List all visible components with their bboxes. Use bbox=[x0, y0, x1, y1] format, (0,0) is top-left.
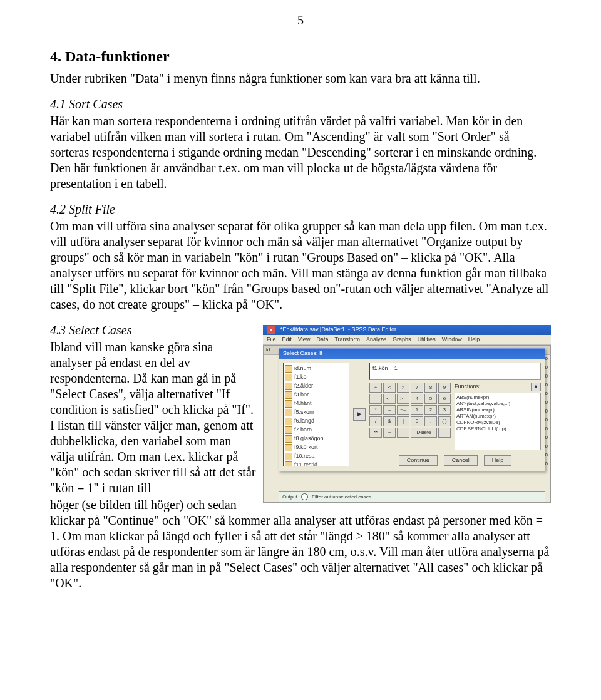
key-paren[interactable]: ( ) bbox=[438, 416, 451, 426]
continue-button[interactable]: Continue bbox=[399, 455, 438, 466]
unselected-label: Filter out unselected cases bbox=[312, 494, 371, 500]
menu-file[interactable]: File bbox=[267, 336, 276, 343]
functions-list[interactable]: ABS(numexpr) ANY(test,value,value,...) A… bbox=[455, 393, 541, 450]
variable-list[interactable]: id.num f1.kön f2.ålder f3.bor f4.hänt f5… bbox=[283, 363, 349, 466]
paragraph-4-2: Om man vill utföra sina analyser separat… bbox=[50, 219, 551, 312]
menu-edit[interactable]: Edit bbox=[282, 336, 292, 343]
radio-icon[interactable] bbox=[301, 493, 308, 500]
var-icon bbox=[285, 374, 292, 381]
paragraph-4-3b: höger (se bilden till höger) och sedan k… bbox=[50, 497, 551, 591]
key-2[interactable]: 2 bbox=[424, 405, 437, 415]
functions-label: Functions: bbox=[455, 383, 481, 390]
var-icon bbox=[285, 383, 292, 390]
key-1[interactable]: 1 bbox=[411, 405, 423, 415]
menu-window[interactable]: Window bbox=[442, 336, 462, 343]
var-icon bbox=[285, 444, 292, 451]
var-icon bbox=[285, 400, 292, 408]
paragraph-4-1: Här kan man sortera respondenterna i ord… bbox=[50, 113, 551, 192]
key-dot[interactable]: . bbox=[424, 416, 437, 426]
key-blank bbox=[397, 428, 409, 438]
key-4[interactable]: 4 bbox=[411, 394, 423, 404]
var-icon bbox=[285, 391, 292, 399]
key-mul[interactable]: * bbox=[369, 405, 382, 415]
key-div[interactable]: / bbox=[369, 416, 382, 426]
key-not[interactable]: ~ bbox=[383, 428, 396, 438]
menu-transform[interactable]: Transform bbox=[334, 336, 360, 343]
menu-graphs[interactable]: Graphs bbox=[393, 336, 411, 343]
key-neq[interactable]: ~= bbox=[397, 405, 409, 415]
var-icon bbox=[285, 426, 292, 434]
key-7[interactable]: 7 bbox=[411, 383, 423, 393]
heading-4-2: 4.2 Split File bbox=[50, 202, 115, 216]
arrow-right-icon[interactable]: ▶ bbox=[353, 408, 366, 421]
intro-paragraph: Under rubriken "Data" i menyn finns någr… bbox=[50, 71, 551, 86]
key-gt[interactable]: > bbox=[397, 383, 409, 393]
key-or[interactable]: | bbox=[397, 416, 409, 426]
cancel-button[interactable]: Cancel bbox=[444, 455, 478, 466]
output-panel: Output Filter out unselected cases bbox=[279, 491, 545, 502]
menu-analyze[interactable]: Analyze bbox=[366, 336, 386, 343]
calculator-keypad: + < > 7 8 9 - <= >= bbox=[369, 383, 451, 450]
key-gte[interactable]: >= bbox=[397, 394, 409, 404]
key-6[interactable]: 6 bbox=[438, 394, 451, 404]
key-and[interactable]: & bbox=[383, 416, 396, 426]
spss-screenshot: × *Enkätdata.sav [DataSet1] - SPSS Data … bbox=[263, 325, 551, 503]
heading-4-3: 4.3 Select Cases bbox=[50, 323, 132, 337]
key-blank2 bbox=[438, 428, 451, 438]
menu-bar: File Edit View Data Transform Analyze Gr… bbox=[263, 335, 551, 345]
key-5[interactable]: 5 bbox=[424, 394, 437, 404]
key-minus[interactable]: - bbox=[369, 394, 382, 404]
key-delete[interactable]: Delete bbox=[411, 428, 437, 438]
var-icon bbox=[285, 418, 292, 425]
close-icon[interactable]: × bbox=[267, 326, 275, 334]
key-pow[interactable]: ** bbox=[369, 428, 382, 438]
key-3[interactable]: 3 bbox=[438, 405, 451, 415]
menu-help[interactable]: Help bbox=[468, 336, 480, 343]
key-8[interactable]: 8 bbox=[424, 383, 437, 393]
menu-view[interactable]: View bbox=[298, 336, 310, 343]
dialog-title: Select Cases: If bbox=[279, 349, 545, 358]
var-icon bbox=[285, 461, 292, 466]
page-number: 5 bbox=[50, 13, 551, 28]
heading-4: 4. Data-funktioner bbox=[50, 47, 551, 66]
output-label: Output bbox=[282, 494, 297, 500]
key-lt[interactable]: < bbox=[383, 383, 396, 393]
var-icon bbox=[285, 453, 292, 460]
expression-input[interactable]: f1.kön = 1 bbox=[369, 363, 541, 380]
help-button[interactable]: Help bbox=[484, 455, 512, 466]
menu-utilities[interactable]: Utilities bbox=[418, 336, 436, 343]
var-icon bbox=[285, 435, 292, 443]
heading-4-1: 4.1 Sort Cases bbox=[50, 97, 123, 111]
menu-data[interactable]: Data bbox=[316, 336, 328, 343]
key-eq[interactable]: = bbox=[383, 405, 396, 415]
var-icon bbox=[285, 365, 292, 373]
select-cases-if-dialog: Select Cases: If id.num f1.kön f2.ålder … bbox=[279, 348, 545, 471]
key-9[interactable]: 9 bbox=[438, 383, 451, 393]
key-0[interactable]: 0 bbox=[411, 416, 423, 426]
key-lte[interactable]: <= bbox=[383, 394, 396, 404]
var-icon bbox=[285, 409, 292, 416]
window-title: *Enkätdata.sav [DataSet1] - SPSS Data Ed… bbox=[280, 326, 396, 333]
key-plus[interactable]: + bbox=[369, 383, 382, 393]
func-up-icon[interactable]: ▲ bbox=[531, 383, 541, 391]
